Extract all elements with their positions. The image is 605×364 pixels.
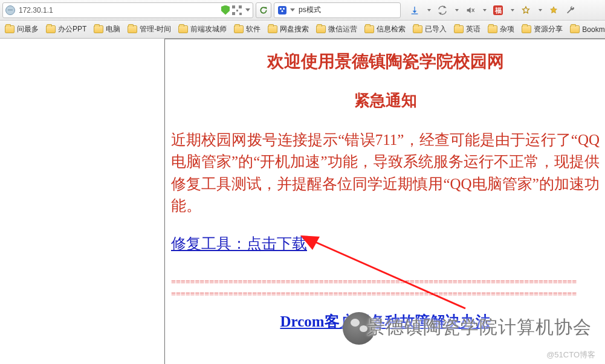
- divider-line: ========================================…: [171, 290, 600, 299]
- bookmark-label: 微信运营: [328, 24, 357, 34]
- sync-icon: [437, 5, 448, 16]
- folder-icon: [364, 25, 374, 33]
- bookmark-folder[interactable]: 信息检索: [361, 22, 409, 36]
- downloads-button[interactable]: [409, 5, 420, 16]
- folder-icon: [128, 25, 137, 33]
- fu-badge-button[interactable]: 福: [493, 5, 503, 16]
- folder-icon: [46, 25, 56, 33]
- downloads-dropdown-icon[interactable]: [427, 9, 431, 11]
- mute-icon: [465, 5, 475, 15]
- bookmark-label: 软件: [246, 24, 260, 34]
- bookmark-label: 办公PPT: [58, 24, 86, 34]
- bookmark-button[interactable]: [548, 5, 559, 16]
- folder-icon: [488, 25, 497, 33]
- mute-button[interactable]: [465, 5, 476, 16]
- notice-body: 近期校园网拨号连接提示“错误711”，经查可能是由于运行了“QQ电脑管家”的“开…: [171, 129, 600, 217]
- mute-dropdown-icon[interactable]: [483, 9, 487, 11]
- bookmark-label: 信息检索: [377, 24, 406, 34]
- page-title: 欢迎使用景德镇陶瓷学院校园网: [171, 50, 600, 73]
- divider-line: ========================================…: [171, 278, 600, 287]
- folder-icon: [94, 25, 103, 33]
- bookmark-label: 网盘搜索: [280, 24, 309, 34]
- bookmark-label: 杂项: [500, 24, 514, 34]
- page-viewport: 欢迎使用景德镇陶瓷学院校园网 紧急通知 近期校园网拨号连接提示“错误711”，经…: [0, 39, 605, 364]
- bookmark-star-icon: [549, 5, 558, 15]
- bookmark-label: 已导入: [425, 24, 447, 34]
- url-dropdown-icon[interactable]: [245, 8, 250, 11]
- bookmark-folder[interactable]: 电脑: [90, 22, 124, 36]
- folder-icon: [178, 25, 188, 33]
- search-query: ps模式: [299, 5, 396, 15]
- bookmark-folder[interactable]: 微信运营: [312, 22, 361, 36]
- shield-icon: [221, 5, 230, 15]
- bookmark-label: 管理-时间: [140, 24, 171, 34]
- svg-rect-0: [412, 13, 418, 14]
- folder-icon: [570, 25, 580, 33]
- favorite-dropdown-icon[interactable]: [539, 9, 542, 11]
- bookmark-folder[interactable]: 管理-时间: [124, 22, 175, 36]
- bookmark-folder[interactable]: 英语: [450, 22, 484, 36]
- search-engine-dropdown-icon[interactable]: [290, 8, 295, 11]
- bookmark-label: Bookmarks bar: [582, 25, 605, 34]
- drcom-faq-link[interactable]: Drcom客户端各种故障解决办法: [171, 311, 600, 331]
- address-toolbar: 172.30.1.1 ps模式 福: [0, 0, 605, 21]
- bookmark-label: 前端攻城师: [190, 24, 227, 34]
- bookmark-label: 问最多: [17, 24, 39, 34]
- search-field[interactable]: ps模式: [274, 2, 401, 18]
- folder-icon: [234, 25, 244, 33]
- reload-icon: [259, 6, 268, 14]
- folder-icon: [316, 25, 326, 33]
- globe-icon: [5, 5, 15, 15]
- folder-icon: [268, 25, 277, 33]
- page-content: 欢迎使用景德镇陶瓷学院校园网 紧急通知 近期校园网拨号连接提示“错误711”，经…: [164, 39, 605, 364]
- folder-icon: [522, 25, 531, 33]
- bookmark-folder[interactable]: Bookmarks bar: [566, 24, 605, 36]
- folder-icon: [413, 25, 422, 33]
- search-engine-icon[interactable]: [278, 6, 286, 14]
- bookmark-folder[interactable]: 软件: [230, 22, 264, 36]
- settings-button[interactable]: [565, 5, 576, 16]
- bookmark-folder[interactable]: 办公PPT: [42, 22, 90, 36]
- folder-icon: [5, 25, 15, 33]
- download-tool-link[interactable]: 修复工具：点击下载: [171, 234, 307, 254]
- url-text: 172.30.1.1: [19, 6, 221, 14]
- bookmark-folder[interactable]: 前端攻城师: [175, 22, 230, 36]
- bookmark-folder[interactable]: 已导入: [409, 22, 450, 36]
- bookmark-folder[interactable]: 资源分享: [518, 22, 566, 36]
- fu-badge-icon: 福: [493, 5, 503, 15]
- fu-dropdown-icon[interactable]: [511, 9, 514, 11]
- bookmark-folder[interactable]: 杂项: [484, 22, 518, 36]
- bookmarks-bar: 问最多办公PPT电脑管理-时间前端攻城师软件网盘搜索微信运营信息检索已导入英语杂…: [0, 21, 605, 39]
- bookmark-folder[interactable]: 问最多: [1, 22, 42, 36]
- wrench-icon: [566, 5, 575, 15]
- refresh-sync-button[interactable]: [437, 5, 448, 16]
- folder-icon: [454, 25, 464, 33]
- page-subtitle: 紧急通知: [171, 90, 600, 111]
- bookmark-label: 资源分享: [534, 24, 563, 34]
- download-icon: [410, 5, 419, 15]
- bookmark-label: 电脑: [106, 24, 120, 34]
- qr-icon[interactable]: [232, 5, 242, 15]
- url-field[interactable]: 172.30.1.1: [2, 2, 253, 18]
- star-icon: [521, 5, 531, 15]
- favorite-button[interactable]: [520, 5, 531, 16]
- bookmark-label: 英语: [466, 24, 480, 34]
- bookmark-folder[interactable]: 网盘搜索: [264, 22, 312, 36]
- toolbar-icons: 福: [403, 5, 576, 16]
- reload-button[interactable]: [256, 2, 271, 18]
- sync-dropdown-icon[interactable]: [455, 9, 459, 11]
- wechat-logo-icon: [343, 312, 375, 345]
